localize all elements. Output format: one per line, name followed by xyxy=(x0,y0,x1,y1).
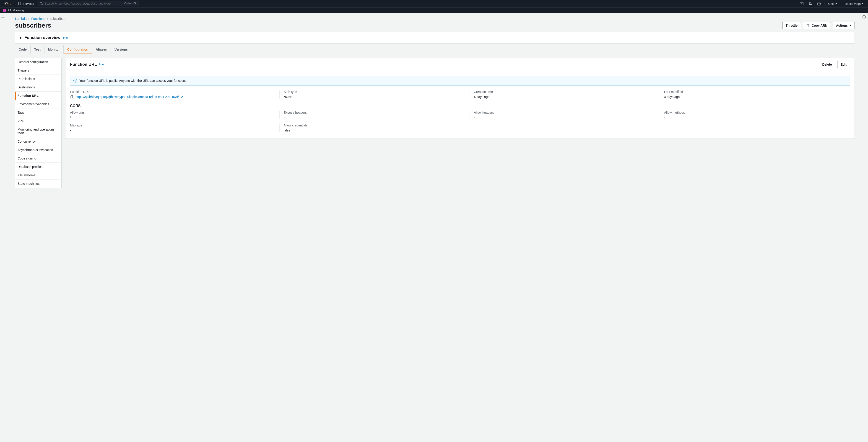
tab-code[interactable]: Code xyxy=(15,45,31,54)
delete-button[interactable]: Delete xyxy=(819,61,835,68)
sidebar-item-triggers[interactable]: Triggers xyxy=(15,66,61,75)
breadcrumb: Lambda › Functions › subscribers xyxy=(15,17,855,21)
overview-info-link[interactable]: Info xyxy=(63,36,68,39)
max-age-value: - xyxy=(70,129,275,132)
max-age-label: Max age xyxy=(70,124,275,127)
actions-dropdown-button[interactable]: Actions xyxy=(833,22,855,29)
aws-logo[interactable]: aws xyxy=(2,2,14,6)
info-icon: i xyxy=(73,79,77,82)
sidebar-item-state-machines[interactable]: State machines xyxy=(15,179,61,188)
edit-button[interactable]: Edit xyxy=(837,61,850,68)
function-url-link[interactable]: https://sjuhhjh3qtqpuqvqfblrwmypam0koqle… xyxy=(75,95,179,99)
sidebar-item-function-url[interactable]: Function URL xyxy=(15,92,61,100)
recent-service-api-gateway[interactable]: API Gateway xyxy=(3,9,24,12)
sidebar-item-vpc[interactable]: VPC xyxy=(15,117,61,125)
search-kbd-hint: [Option+S] xyxy=(124,2,136,5)
copy-icon xyxy=(806,24,810,28)
sidebar-item-concurrency[interactable]: Concurrency xyxy=(15,137,61,146)
svg-text:aws: aws xyxy=(5,2,8,4)
svg-point-4 xyxy=(810,5,810,5)
chevron-right-icon: › xyxy=(29,17,30,21)
alert-text: Your function URL is public. Anyone with… xyxy=(80,79,186,82)
chevron-right-icon: › xyxy=(47,17,48,21)
sidebar-item-monitoring-and-operations-tools[interactable]: Monitoring and operations tools xyxy=(15,125,61,137)
account-menu[interactable]: Daniel Vega xyxy=(842,2,866,5)
right-rail: i xyxy=(862,13,868,195)
sidebar-item-code-signing[interactable]: Code signing xyxy=(15,154,61,163)
cors-section: CORS Allow origin * Expose headers - xyxy=(70,104,850,132)
allow-credentials-value: false xyxy=(284,129,465,132)
nav-right-group: ? Ohio Daniel Vega xyxy=(797,2,866,6)
allow-origin-label: Allow origin xyxy=(70,111,275,114)
svg-point-1 xyxy=(40,2,42,4)
public-url-alert: i Your function URL is public. Anyone wi… xyxy=(70,76,850,86)
tab-configuration[interactable]: Configuration xyxy=(64,45,92,54)
sidebar-item-environment-variables[interactable]: Environment variables xyxy=(15,100,61,108)
copy-url-button[interactable] xyxy=(70,95,74,99)
sidebar-item-file-systems[interactable]: File systems xyxy=(15,171,61,179)
page-header-actions: Throttle Copy ARN Actions xyxy=(782,22,855,29)
throttle-button[interactable]: Throttle xyxy=(782,22,801,29)
card-header: Function URL Info Delete Edit xyxy=(65,58,855,71)
svg-rect-9 xyxy=(71,96,72,98)
cloudshell-button[interactable] xyxy=(797,2,806,6)
nav-divider xyxy=(824,2,825,6)
sidebar-item-database-proxies[interactable]: Database proxies xyxy=(15,163,61,171)
copy-arn-button[interactable]: Copy ARN xyxy=(803,22,831,29)
left-rail xyxy=(0,13,6,195)
top-nav: aws Services [Option+S] ? Ohio Daniel Ve… xyxy=(0,0,868,7)
last-modified-value: 4 days ago xyxy=(664,95,846,99)
search-icon xyxy=(40,2,43,5)
last-modified-label: Last modified xyxy=(664,90,846,94)
chevron-down-icon xyxy=(862,3,863,4)
sidebar-item-permissions[interactable]: Permissions xyxy=(15,75,61,83)
allow-headers-label: Allow headers xyxy=(474,111,656,114)
sidebar-item-asynchronous-invocation[interactable]: Asynchronous invocation xyxy=(15,146,61,154)
panel-info-link[interactable]: Info xyxy=(99,63,104,66)
allow-origin-value: * xyxy=(70,116,275,120)
page-title: subscribers xyxy=(15,22,51,29)
tab-versions[interactable]: Versions xyxy=(111,45,131,54)
sidebar-item-tags[interactable]: Tags xyxy=(15,108,61,117)
sidebar-item-destinations[interactable]: Destinations xyxy=(15,83,61,92)
info-drawer-toggle[interactable]: i xyxy=(862,15,868,19)
recent-service-label: API Gateway xyxy=(8,9,24,12)
region-selector[interactable]: Ohio xyxy=(825,2,840,5)
auth-type-label: Auth type xyxy=(284,90,465,94)
function-url-card: Function URL Info Delete Edit i Your fun… xyxy=(65,58,855,139)
breadcrumb-lambda[interactable]: Lambda xyxy=(15,17,27,21)
cloudshell-icon xyxy=(800,2,804,6)
tab-monitor[interactable]: Monitor xyxy=(44,45,64,54)
notifications-button[interactable] xyxy=(806,2,815,6)
main-column: Lambda › Functions › subscribers subscri… xyxy=(6,13,862,195)
svg-rect-8 xyxy=(807,25,809,27)
breadcrumb-current: subscribers xyxy=(50,17,66,21)
sidebar-item-general-configuration[interactable]: General configuration xyxy=(15,58,61,66)
sub-nav: API Gateway xyxy=(0,7,868,13)
expose-headers-label: Expose headers xyxy=(284,111,465,114)
configuration-content: Function URL Info Delete Edit i Your fun… xyxy=(65,58,855,139)
grid-icon xyxy=(19,2,21,5)
tabs: CodeTestMonitorConfigurationAliasesVersi… xyxy=(15,45,855,54)
configuration-grid: General configurationTriggersPermissions… xyxy=(15,58,855,188)
svg-text:i: i xyxy=(864,16,864,18)
breadcrumb-functions[interactable]: Functions xyxy=(31,17,45,21)
page-header: subscribers Throttle Copy ARN Actions xyxy=(15,22,855,29)
account-name: Daniel Vega xyxy=(845,2,861,5)
help-button[interactable]: ? xyxy=(815,2,823,6)
auth-type-value: NONE xyxy=(284,95,465,99)
services-menu-button[interactable]: Services xyxy=(16,2,36,5)
chevron-down-icon xyxy=(849,25,851,26)
chevron-down-icon xyxy=(835,3,837,4)
region-label: Ohio xyxy=(828,2,834,5)
url-field-label: Function URL xyxy=(70,90,275,94)
creation-time-value: 4 days ago xyxy=(474,95,656,99)
tab-aliases[interactable]: Aliases xyxy=(92,45,111,54)
svg-line-2 xyxy=(42,4,43,5)
help-icon: ? xyxy=(817,2,821,6)
cors-title: CORS xyxy=(70,104,850,108)
bell-icon xyxy=(808,2,812,6)
disclosure-triangle-icon[interactable] xyxy=(20,36,22,39)
side-nav-toggle[interactable] xyxy=(0,16,5,21)
tab-test[interactable]: Test xyxy=(31,45,44,54)
